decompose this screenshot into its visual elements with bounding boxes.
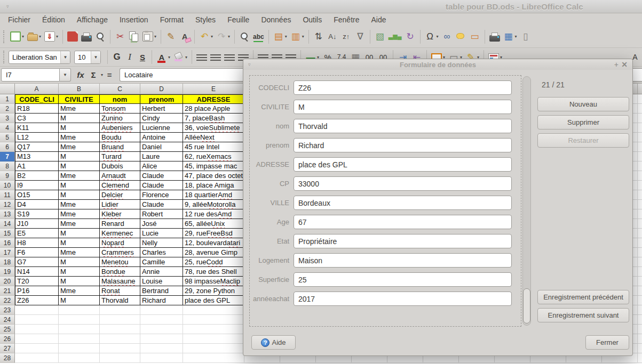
cell-D26[interactable] [140,334,183,344]
dropdown-arrow-icon[interactable]: ▾ [437,34,439,39]
cell-E22[interactable]: place des GPL [183,296,244,305]
cell-C11[interactable]: Delcier [100,190,140,200]
cell-B28[interactable] [59,353,100,363]
aide-button[interactable]: ? Aide [251,335,296,350]
row-header-5[interactable]: 5 [0,133,15,142]
cell-Q1[interactable] [638,94,642,104]
highlight-color-button[interactable]: ▾ [172,49,189,65]
field-superficie-input[interactable] [294,272,512,287]
freeze-panes-button[interactable]: ▦▾ [502,29,519,45]
insert-comment-button[interactable] [454,29,468,45]
align-right-button[interactable] [223,49,236,65]
bold-button[interactable]: G [110,50,123,64]
dialog-close-icon[interactable]: ✕ [621,60,628,69]
name-box-dropdown-icon[interactable]: ▼ [60,68,71,82]
cell-E3[interactable]: 7, place Bash [183,114,244,123]
cell-C7[interactable]: Turard [100,152,140,161]
cell-B17[interactable]: Mme [59,248,100,257]
cell-Q14[interactable] [638,219,642,229]
autofilter-button[interactable]: ∇ [353,29,367,45]
cell-Q20[interactable] [638,277,642,286]
cell-C20[interactable]: Malasaune [100,277,140,286]
name-box[interactable] [1,68,60,82]
col-header-A[interactable]: A [15,84,59,94]
field-adresse-input[interactable] [294,157,512,172]
cut-button[interactable]: ✂ [113,29,127,45]
row-header-28[interactable]: 28 [0,353,15,363]
chevron-down-icon[interactable]: ▼ [60,51,70,63]
cell-C16[interactable]: Nopard [100,238,140,248]
nouveau-button[interactable]: Nouveau [537,97,629,111]
row-header-3[interactable]: 3 [0,114,15,123]
cell-C18[interactable]: Menetou [100,257,140,267]
cell-B2[interactable]: Mme [59,104,100,114]
menu-fichier[interactable]: Fichier [2,14,36,26]
cell-E1[interactable]: ADRESSE [183,94,244,104]
insert-image-button[interactable]: ▧ [373,29,387,45]
field-nom-input[interactable] [294,119,512,133]
cell-B27[interactable] [59,344,100,353]
sort-descending-button[interactable]: z↑ [339,29,353,45]
field-prenom-input[interactable] [294,138,512,152]
cell-Q13[interactable] [638,209,642,219]
cell-A2[interactable]: R18 [15,104,59,114]
row-header-23[interactable]: 23 [0,305,15,315]
dropdown-arrow-icon[interactable]: ▾ [154,34,156,39]
enregistrement-precedent-button[interactable]: Enregistrement précédent [537,290,629,304]
cell-Q3[interactable] [638,114,642,123]
cell-E19[interactable]: 78, rue des Shell [183,267,244,277]
pivot-table-button[interactable]: ↻ [403,29,417,45]
cell-Q18[interactable] [638,257,642,267]
undo-button[interactable]: ↶▾ [197,29,215,45]
cell-D15[interactable]: Lucie [140,229,183,238]
cell-E11[interactable]: 18 quartier Amd [183,190,244,200]
cell-A27[interactable] [15,344,59,353]
col-header-E[interactable]: E [183,84,244,94]
clone-formatting-button[interactable]: ✎ [164,29,178,45]
font-name-combo[interactable]: ▼ [9,51,70,64]
row-header-13[interactable]: 13 [0,209,15,219]
cell-C24[interactable] [100,315,140,325]
cell-A16[interactable]: H8 [15,238,59,248]
cell-E28[interactable] [183,353,244,363]
cell-Q17[interactable] [638,248,642,257]
cell-E2[interactable]: 28 place Apple [183,104,244,114]
cell-D13[interactable]: Robert [140,209,183,219]
cell-C4[interactable]: Aubeniers [100,123,140,133]
cell-D25[interactable] [140,325,183,334]
row-header-26[interactable]: 26 [0,334,15,344]
special-character-button[interactable]: Ω▾ [423,29,440,45]
cell-C6[interactable]: Bruand [100,142,140,152]
row-header-14[interactable]: 14 [0,219,15,229]
split-window-button[interactable]: ▯ [519,29,533,45]
field-age-input[interactable] [294,215,512,229]
print-area-button[interactable] [488,29,502,45]
save-button[interactable]: ⇓▾ [43,29,60,45]
cell-A12[interactable]: D4 [15,200,59,209]
cell-D10[interactable]: Claude [140,181,183,190]
cell-D12[interactable]: Claude [140,200,183,209]
cell-Q15[interactable] [638,229,642,238]
sort-button[interactable]: ⇅ [312,29,326,45]
menu-donnes[interactable]: Données [255,14,297,26]
cell-B26[interactable] [59,334,100,344]
cell-C12[interactable]: Lidier [100,200,140,209]
dropdown-arrow-icon[interactable]: ▾ [211,34,213,39]
cell-A24[interactable] [15,315,59,325]
col-header-C[interactable]: C [100,84,140,94]
col-header-Q[interactable]: Q [638,84,642,94]
cell-E24[interactable] [183,315,244,325]
field-logement-input[interactable] [294,253,512,268]
cell-E5[interactable]: Allée Next [183,133,244,142]
cell-B11[interactable]: M [59,190,100,200]
cell-E7[interactable]: 62, rue Xemacs [183,152,244,161]
cell-Q25[interactable] [638,325,642,334]
copy-button[interactable] [127,29,141,45]
cell-C14[interactable]: Renard [100,219,140,229]
row-header-8[interactable]: 8 [0,161,15,171]
cell-D20[interactable]: Louise [140,277,183,286]
sort-ascending-button[interactable]: A↓ [326,29,339,45]
cell-C15[interactable]: Kermenec [100,229,140,238]
font-size-input[interactable] [75,52,91,63]
row-header-11[interactable]: 11 [0,190,15,200]
